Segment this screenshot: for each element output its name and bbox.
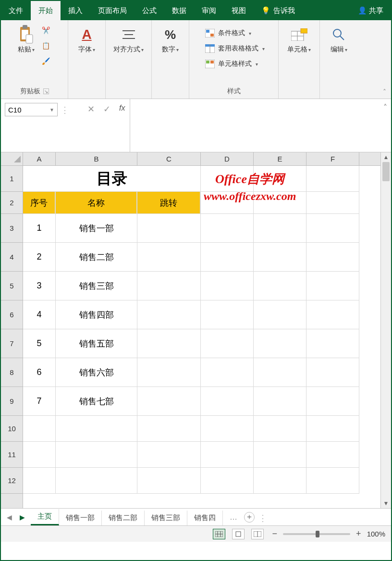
scroll-up-button[interactable]: ▲ xyxy=(381,152,391,162)
collapse-ribbon-button[interactable]: ˄ xyxy=(383,88,386,96)
zoom-slider[interactable] xyxy=(283,533,350,535)
paste-button[interactable]: 粘贴 xyxy=(16,24,37,55)
cell-C3[interactable] xyxy=(137,214,201,243)
cell-A5[interactable]: 3 xyxy=(23,272,56,300)
cell-B2[interactable]: 名称 xyxy=(56,192,137,214)
cell-F4[interactable] xyxy=(306,243,359,272)
menu-view[interactable]: 视图 xyxy=(224,1,254,20)
cell-E9[interactable] xyxy=(254,387,306,416)
sheet-tab-销售二部[interactable]: 销售二部 xyxy=(102,511,145,525)
clipboard-dialog-launcher[interactable]: ↘ xyxy=(43,88,49,94)
row-header-6[interactable]: 6 xyxy=(1,300,23,329)
cell-F2[interactable] xyxy=(306,192,359,214)
column-header-F[interactable]: F xyxy=(306,152,359,165)
cell-D4[interactable] xyxy=(201,243,254,272)
cell-D12[interactable] xyxy=(201,468,254,494)
cell-D7[interactable] xyxy=(201,329,254,358)
font-button[interactable]: A 字体 xyxy=(76,24,98,55)
cell-F10[interactable] xyxy=(306,416,359,442)
sheet-tab-销售四[interactable]: 销售四 xyxy=(187,511,223,525)
cell-F8[interactable] xyxy=(306,358,359,387)
column-header-E[interactable]: E xyxy=(254,152,306,165)
row-header-5[interactable]: 5 xyxy=(1,272,23,300)
cell-E11[interactable] xyxy=(254,442,306,468)
cell-F7[interactable] xyxy=(306,329,359,358)
expand-formula-bar-button[interactable]: ˄ xyxy=(380,99,391,152)
menu-home[interactable]: 开始 xyxy=(31,1,61,20)
column-header-A[interactable]: A xyxy=(23,152,56,165)
cell-F3[interactable] xyxy=(306,214,359,243)
tab-nav-next[interactable]: ▶ xyxy=(18,513,27,521)
cell-D5[interactable] xyxy=(201,272,254,300)
tab-bar-resize-handle[interactable]: ⋮ xyxy=(258,511,267,524)
table-format-button[interactable]: 套用表格格式 xyxy=(203,42,267,55)
cell-E10[interactable] xyxy=(254,416,306,442)
cell-C6[interactable] xyxy=(137,300,201,329)
zoom-level-label[interactable]: 100% xyxy=(367,530,385,538)
cell-D11[interactable] xyxy=(201,442,254,468)
cell-A11[interactable] xyxy=(23,442,56,468)
cell-C11[interactable] xyxy=(137,442,201,468)
column-header-B[interactable]: B xyxy=(56,152,137,165)
cell-D6[interactable] xyxy=(201,300,254,329)
cell-F6[interactable] xyxy=(306,300,359,329)
cells-button[interactable]: 单元格 xyxy=(285,24,313,55)
menu-file[interactable]: 文件 xyxy=(1,1,31,20)
cell-styles-button[interactable]: 单元格样式 xyxy=(203,58,267,70)
sheet-tab-销售三部[interactable]: 销售三部 xyxy=(145,511,187,525)
insert-function-button[interactable]: fx xyxy=(119,104,125,112)
number-format-button[interactable]: % 数字 xyxy=(160,24,181,55)
cell-F1[interactable] xyxy=(306,166,359,192)
cell-B10[interactable] xyxy=(56,416,137,442)
cell-D2[interactable] xyxy=(201,192,254,214)
cell-E8[interactable] xyxy=(254,358,306,387)
view-page-layout-button[interactable] xyxy=(232,529,245,539)
cell-A12[interactable] xyxy=(23,468,56,494)
cell-B5[interactable]: 销售三部 xyxy=(56,272,137,300)
cell-E2[interactable] xyxy=(254,192,306,214)
tab-nav-prev[interactable]: ◀ xyxy=(5,513,14,521)
editing-button[interactable]: 编辑 xyxy=(328,24,349,55)
row-header-4[interactable]: 4 xyxy=(1,243,23,272)
cell-F12[interactable] xyxy=(306,468,359,494)
cell-C5[interactable] xyxy=(137,272,201,300)
cell-A9[interactable]: 7 xyxy=(23,387,56,416)
cell-A7[interactable]: 5 xyxy=(23,329,56,358)
view-page-break-button[interactable] xyxy=(251,529,264,539)
cell-A1[interactable]: 目录 xyxy=(23,166,201,192)
cell-C4[interactable] xyxy=(137,243,201,272)
name-box-dropdown-icon[interactable]: ▼ xyxy=(49,107,54,112)
column-header-D[interactable]: D xyxy=(201,152,254,165)
name-box[interactable]: C10 ▼ xyxy=(5,103,58,116)
cell-A10[interactable] xyxy=(23,416,56,442)
zoom-slider-knob[interactable] xyxy=(316,531,319,537)
cell-C7[interactable] xyxy=(137,329,201,358)
cell-D8[interactable] xyxy=(201,358,254,387)
cell-D1[interactable] xyxy=(201,166,254,192)
cell-C9[interactable] xyxy=(137,387,201,416)
cell-A3[interactable]: 1 xyxy=(23,214,56,243)
cell-B4[interactable]: 销售二部 xyxy=(56,243,137,272)
row-header-2[interactable]: 2 xyxy=(1,192,23,214)
cell-B11[interactable] xyxy=(56,442,137,468)
row-header-10[interactable]: 10 xyxy=(1,416,23,442)
row-header-9[interactable]: 9 xyxy=(1,387,23,416)
cell-B7[interactable]: 销售五部 xyxy=(56,329,137,358)
cell-F11[interactable] xyxy=(306,442,359,468)
cell-C10[interactable] xyxy=(137,416,201,442)
menu-insert[interactable]: 插入 xyxy=(61,1,90,20)
conditional-format-button[interactable]: 条件格式 xyxy=(203,27,267,39)
zoom-in-button[interactable]: + xyxy=(354,529,363,539)
cell-D10[interactable] xyxy=(201,416,254,442)
cell-E12[interactable] xyxy=(254,468,306,494)
cell-C12[interactable] xyxy=(137,468,201,494)
row-header-7[interactable]: 7 xyxy=(1,329,23,358)
sheet-tab-销售一部[interactable]: 销售一部 xyxy=(59,511,102,525)
cell-E6[interactable] xyxy=(254,300,306,329)
cell-B8[interactable]: 销售六部 xyxy=(56,358,137,387)
zoom-out-button[interactable]: − xyxy=(270,529,280,539)
row-header-11[interactable]: 11 xyxy=(1,442,23,468)
menu-share[interactable]: 👤共享 xyxy=(350,1,391,20)
format-painter-button[interactable]: 🖌️ xyxy=(39,55,53,67)
vertical-scrollbar[interactable]: ▲ ▼ xyxy=(380,152,391,508)
